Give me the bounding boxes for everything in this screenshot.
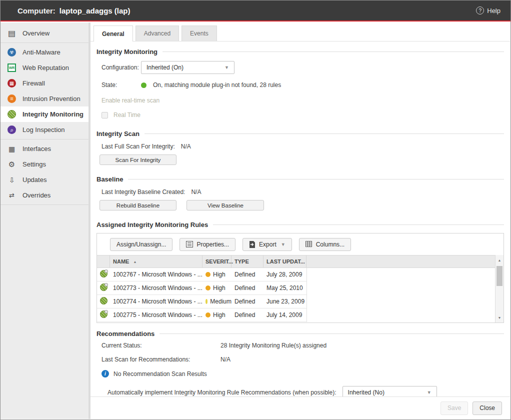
sidebar-divider	[0, 42, 88, 43]
tab-general[interactable]: General	[94, 26, 133, 42]
configuration-label: Configuration:	[102, 64, 141, 71]
rules-table-scrollbar[interactable]: ▲ ▼	[495, 255, 504, 322]
table-row[interactable]: 1002775 - Microsoft Windows - ...HighDef…	[97, 308, 306, 322]
sidebar-item-integrity-monitoring[interactable]: Integrity Monitoring	[0, 106, 88, 122]
enable-realtime-scan-label: Enable real-time scan	[102, 97, 504, 104]
network-card-icon: ▦	[8, 144, 16, 153]
rule-icon-cell	[97, 284, 110, 292]
save-button[interactable]: Save	[440, 402, 468, 415]
sidebar-item-web-reputation[interactable]: WRWeb Reputation	[0, 60, 88, 76]
columns-button[interactable]: Columns...	[299, 238, 351, 251]
section-title-assigned-rules: Assigned Integrity Monitoring Rules	[96, 221, 504, 228]
sidebar: ▤Overview☣Anti-MalwareWRWeb Reputation▦F…	[0, 22, 88, 419]
table-row[interactable]: 1002773 - Microsoft Windows - ...HighDef…	[97, 282, 306, 295]
integrity-rule-icon	[100, 297, 108, 304]
severity-label: High	[213, 271, 226, 278]
sidebar-item-log-inspection[interactable]: ⌕Log Inspection	[0, 122, 88, 138]
table-row[interactable]: 1002767 - Microsoft Windows - ...HighDef…	[97, 268, 306, 282]
last-baseline-value: N/A	[191, 188, 201, 196]
sidebar-item-label: Intrusion Prevention	[22, 95, 80, 102]
rule-type: Defined	[232, 298, 264, 305]
sidebar-item-firewall[interactable]: ▦Firewall	[0, 76, 88, 91]
real-time-checkbox[interactable]	[102, 112, 108, 118]
sidebar-item-intrusion-prevention[interactable]: ≡Intrusion Prevention	[0, 91, 88, 106]
rule-last-updated: June 23, 2009	[264, 298, 306, 305]
columns-grid-icon	[306, 241, 312, 248]
severity-dot-icon	[206, 299, 208, 304]
section-title-recommendations: Recommendations	[96, 330, 504, 338]
rule-name: 1002767 - Microsoft Windows - ...	[110, 271, 202, 278]
auto-implement-label: Automatically implement Integrity Monito…	[108, 389, 336, 396]
sidebar-item-label: Log Inspection	[22, 126, 65, 134]
column-header-severity[interactable]: SEVERIT...	[202, 256, 232, 268]
export-icon	[249, 241, 256, 248]
column-header-label: LAST UPDAT...	[266, 258, 305, 264]
assign-unassign-button[interactable]: Assign/Unassign...	[110, 238, 172, 251]
configuration-dropdown-value: Inherited (On)	[146, 64, 184, 71]
properties-button[interactable]: Properties...	[180, 238, 236, 251]
rebuild-baseline-button[interactable]: Rebuild Baseline	[100, 200, 176, 210]
rule-last-updated: July 28, 2009	[264, 271, 306, 278]
state-value: On, matching module plug-in not found, 2…	[153, 82, 281, 88]
properties-label: Properties...	[196, 241, 229, 248]
state-label: State:	[102, 82, 141, 88]
column-header-last-updated[interactable]: LAST UPDAT...	[264, 256, 306, 268]
real-time-checkbox-label: Real Time	[114, 112, 140, 118]
configuration-dropdown[interactable]: Inherited (On) ▼	[141, 61, 234, 74]
scan-for-integrity-button[interactable]: Scan For Integrity	[100, 154, 176, 165]
auto-implement-dropdown[interactable]: Inherited (No) ▼	[342, 386, 437, 396]
scrollbar-down-arrow-icon[interactable]: ▼	[496, 314, 504, 321]
sidebar-divider	[0, 204, 88, 205]
chevron-down-icon: ▼	[427, 390, 432, 395]
table-row[interactable]: 1002774 - Microsoft Windows - ...MediumD…	[97, 295, 306, 308]
gear-icon: ⚙	[8, 160, 16, 168]
chevron-down-icon: ▼	[224, 65, 229, 70]
sort-ascending-icon: ▲	[133, 260, 136, 264]
sidebar-item-overview[interactable]: ▤Overview	[0, 26, 88, 41]
columns-label: Columns...	[316, 241, 344, 248]
export-label: Export	[259, 241, 276, 248]
sidebar-item-updates[interactable]: ⇩Updates	[0, 172, 88, 188]
sidebar-item-anti-malware[interactable]: ☣Anti-Malware	[0, 44, 88, 60]
scrollbar-up-arrow-icon[interactable]: ▲	[496, 256, 504, 264]
column-header-label: SEVERIT...	[206, 258, 233, 264]
column-header-name[interactable]: NAME▲	[110, 256, 202, 268]
rules-toolbar: Assign/Unassign... Properties... Export	[97, 234, 504, 255]
help-button[interactable]: ? Help	[476, 6, 500, 14]
rule-severity: High	[202, 312, 232, 318]
column-header-icon[interactable]	[97, 256, 110, 268]
column-header-type[interactable]: TYPE	[232, 256, 264, 268]
sidebar-item-settings[interactable]: ⚙Settings	[0, 156, 88, 172]
severity-label: Medium	[210, 298, 232, 305]
section-title-integrity-monitoring: Integrity Monitoring	[96, 48, 504, 56]
severity-label: High	[213, 312, 226, 318]
column-header-filler	[306, 256, 495, 268]
computer-name: laptop_adaggs (lap)	[60, 6, 130, 15]
rules-table-body: 1002767 - Microsoft Windows - ...HighDef…	[97, 268, 307, 322]
export-button[interactable]: Export ▼	[242, 238, 292, 251]
rule-type: Defined	[232, 284, 264, 292]
sidebar-item-overrides[interactable]: ⇄Overrides	[0, 188, 88, 203]
rule-severity: High	[202, 284, 232, 292]
content-area: GeneralAdvancedEvents Integrity Monitori…	[90, 22, 510, 419]
tab-events[interactable]: Events	[182, 26, 217, 41]
magnifier-icon: ⌕	[8, 126, 16, 134]
rule-icon-cell	[97, 270, 110, 279]
current-status-value: 28 Integrity Monitoring Rule(s) assigned	[220, 342, 326, 349]
severity-dot-icon	[206, 272, 210, 277]
sidebar-divider	[0, 139, 88, 140]
help-label: Help	[487, 7, 500, 14]
shuffle-icon: ⇄	[8, 191, 16, 200]
rules-table-header: NAME▲SEVERIT...TYPELAST UPDAT...	[97, 255, 495, 268]
sidebar-item-interfaces[interactable]: ▦Interfaces	[0, 141, 88, 156]
last-recommendation-scan-value: N/A	[220, 356, 230, 363]
rule-last-updated: July 14, 2009	[264, 312, 306, 318]
computer-editor-window: Computer: laptop_adaggs (lap) ? Help ▤Ov…	[0, 0, 511, 420]
rule-badge-icon	[104, 310, 108, 314]
close-button[interactable]: Close	[472, 402, 502, 415]
computer-label: Computer:	[18, 6, 56, 15]
integrity-rule-icon	[100, 270, 108, 278]
tab-advanced[interactable]: Advanced	[136, 26, 179, 41]
scrollbar-thumb[interactable]	[496, 266, 502, 286]
view-baseline-button[interactable]: View Baseline	[186, 200, 264, 210]
